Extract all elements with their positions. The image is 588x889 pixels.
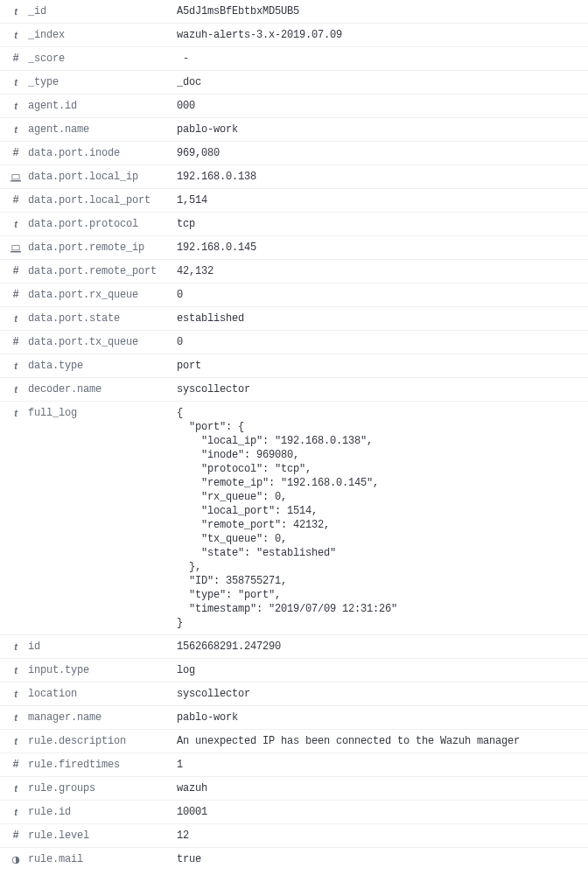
field-row[interactable]: tinput.typelog	[0, 658, 588, 682]
field-value: 42,132	[177, 264, 579, 278]
field-name: data.port.protocol	[23, 217, 177, 231]
field-value: established	[177, 312, 579, 326]
field-row[interactable]: trule.groupswazuh	[0, 776, 588, 800]
field-row[interactable]: tdata.port.stateestablished	[0, 306, 588, 330]
text-type-icon: t	[9, 382, 23, 396]
field-name: data.port.inode	[23, 146, 177, 160]
field-name: _id	[23, 4, 177, 18]
field-value: -	[177, 52, 579, 66]
field-row[interactable]: t_indexwazuh-alerts-3.x-2019.07.09	[0, 23, 588, 46]
field-value: { "port": { "local_ip": "192.168.0.138",…	[177, 406, 579, 630]
field-value: 12	[177, 829, 579, 843]
field-value: 1	[177, 758, 579, 772]
field-row[interactable]: trule.descriptionAn unexpected IP has be…	[0, 729, 588, 752]
field-value: pablo-work	[177, 122, 579, 136]
field-name: _score	[23, 52, 177, 66]
boolean-type-icon	[9, 852, 23, 866]
field-name: rule.level	[23, 829, 177, 843]
field-value: tcp	[177, 217, 579, 231]
document-fields-table: t_idA5dJ1msBfEbtbxMD5UB5t_indexwazuh-ale…	[0, 0, 588, 871]
field-row[interactable]: tdata.port.protocoltcp	[0, 212, 588, 235]
field-row[interactable]: data.port.local_ip192.168.0.138	[0, 164, 588, 188]
field-name: data.port.tx_queue	[23, 335, 177, 349]
field-row[interactable]: tagent.namepablo-work	[0, 117, 588, 141]
field-value: true	[177, 852, 579, 866]
field-row[interactable]: #data.port.inode969,080	[0, 141, 588, 164]
field-row[interactable]: tdecoder.namesyscollector	[0, 377, 588, 401]
field-row[interactable]: tmanager.namepablo-work	[0, 705, 588, 729]
field-name: _index	[23, 28, 177, 42]
field-value: 0	[177, 335, 579, 349]
field-row[interactable]: data.port.remote_ip192.168.0.145	[0, 235, 588, 259]
field-name: data.port.rx_queue	[23, 288, 177, 302]
field-row[interactable]: tdata.typeport	[0, 354, 588, 377]
field-value: 969,080	[177, 146, 579, 160]
field-name: full_log	[23, 406, 177, 420]
number-type-icon: #	[9, 193, 23, 207]
text-type-icon: t	[9, 75, 23, 89]
text-type-icon: t	[9, 359, 23, 373]
field-value: 192.168.0.138	[177, 170, 579, 184]
field-row[interactable]: tid1562668291.247290	[0, 634, 588, 658]
field-name: rule.mail	[23, 852, 177, 866]
number-type-icon: #	[9, 758, 23, 772]
field-value: log	[177, 663, 579, 677]
field-name: id	[23, 640, 177, 654]
field-name: data.port.remote_ip	[23, 241, 177, 255]
field-row[interactable]: #data.port.local_port1,514	[0, 188, 588, 212]
field-value: pablo-work	[177, 710, 579, 724]
field-name: agent.id	[23, 99, 177, 113]
field-value: syscollector	[177, 687, 579, 701]
field-row[interactable]: tagent.id000	[0, 94, 588, 117]
text-type-icon: t	[9, 122, 23, 136]
field-value: A5dJ1msBfEbtbxMD5UB5	[177, 4, 579, 18]
text-type-icon: t	[9, 805, 23, 819]
text-type-icon: t	[9, 734, 23, 748]
text-type-icon: t	[9, 99, 23, 113]
field-name: location	[23, 687, 177, 701]
number-type-icon: #	[9, 146, 23, 160]
number-type-icon: #	[9, 264, 23, 278]
text-type-icon: t	[9, 312, 23, 326]
field-row[interactable]: #data.port.tx_queue0	[0, 330, 588, 354]
field-name: rule.firedtimes	[23, 758, 177, 772]
ip-type-icon	[9, 170, 23, 184]
text-type-icon: t	[9, 687, 23, 701]
field-name: data.port.local_port	[23, 193, 177, 207]
field-value: wazuh	[177, 781, 579, 795]
field-value: 192.168.0.145	[177, 241, 579, 255]
field-row[interactable]: t_idA5dJ1msBfEbtbxMD5UB5	[0, 0, 588, 23]
field-name: data.port.remote_port	[23, 264, 177, 278]
field-name: rule.description	[23, 734, 177, 748]
text-type-icon: t	[9, 663, 23, 677]
field-name: agent.name	[23, 122, 177, 136]
field-row[interactable]: rule.mailtrue	[0, 847, 588, 871]
number-type-icon: #	[9, 829, 23, 843]
field-name: rule.id	[23, 805, 177, 819]
ip-type-icon	[9, 241, 23, 255]
field-value: An unexpected IP has been connected to t…	[177, 734, 579, 748]
field-value: 0	[177, 288, 579, 302]
field-row[interactable]: tlocationsyscollector	[0, 682, 588, 705]
text-type-icon: t	[9, 406, 23, 420]
field-value: 10001	[177, 805, 579, 819]
text-type-icon: t	[9, 710, 23, 724]
field-value: 000	[177, 99, 579, 113]
field-value: wazuh-alerts-3.x-2019.07.09	[177, 28, 579, 42]
number-type-icon: #	[9, 288, 23, 302]
field-name: manager.name	[23, 710, 177, 724]
field-value: port	[177, 359, 579, 373]
field-name: decoder.name	[23, 382, 177, 396]
field-row[interactable]: #data.port.rx_queue0	[0, 283, 588, 306]
field-name: rule.groups	[23, 781, 177, 795]
field-row[interactable]: #data.port.remote_port42,132	[0, 259, 588, 283]
text-type-icon: t	[9, 640, 23, 654]
field-row[interactable]: t_type_doc	[0, 70, 588, 94]
field-row[interactable]: trule.id10001	[0, 800, 588, 823]
field-row[interactable]: #_score -	[0, 46, 588, 70]
field-row[interactable]: #rule.firedtimes1	[0, 752, 588, 776]
field-name: _type	[23, 75, 177, 89]
field-row[interactable]: #rule.level12	[0, 823, 588, 847]
field-row[interactable]: tfull_log{ "port": { "local_ip": "192.16…	[0, 401, 588, 634]
text-type-icon: t	[9, 781, 23, 795]
